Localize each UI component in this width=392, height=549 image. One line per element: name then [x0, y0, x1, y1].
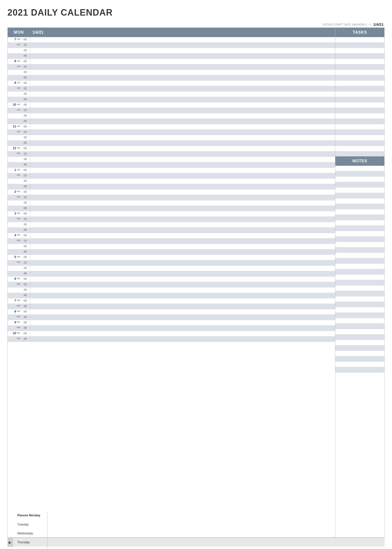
time-event[interactable] — [30, 184, 335, 189]
time-row[interactable]: :45 — [8, 271, 335, 277]
time-event[interactable] — [30, 119, 335, 124]
time-row[interactable]: 8AM:00 — [8, 59, 335, 64]
note-row[interactable] — [335, 307, 384, 313]
note-row[interactable] — [335, 291, 384, 296]
task-row[interactable] — [335, 75, 384, 81]
time-row[interactable]: 2PM:00 — [8, 190, 335, 195]
time-row[interactable]: :45 — [8, 228, 335, 233]
note-row[interactable] — [335, 334, 384, 340]
time-event[interactable] — [30, 146, 335, 151]
time-event[interactable] — [30, 336, 335, 342]
task-row[interactable] — [335, 135, 384, 141]
time-row[interactable]: :30 — [8, 200, 335, 206]
time-event[interactable] — [30, 222, 335, 227]
time-event[interactable] — [30, 157, 335, 162]
time-event[interactable] — [30, 168, 335, 173]
time-event[interactable] — [30, 217, 335, 222]
time-row[interactable]: 10PM:00 — [8, 331, 335, 336]
time-event[interactable] — [30, 92, 335, 97]
time-row[interactable]: 4PM:00 — [8, 233, 335, 239]
note-row[interactable] — [335, 362, 384, 367]
time-event[interactable] — [30, 173, 335, 178]
note-row[interactable] — [335, 286, 384, 291]
time-event[interactable] — [30, 151, 335, 157]
note-row[interactable] — [335, 247, 384, 253]
time-row[interactable]: :45 — [8, 141, 335, 146]
note-row[interactable] — [335, 264, 384, 269]
note-row[interactable] — [335, 258, 384, 264]
time-row[interactable]: PM:30 — [8, 326, 335, 331]
note-row[interactable] — [335, 226, 384, 231]
task-row[interactable] — [335, 97, 384, 102]
time-row[interactable]: 3PM:00 — [8, 211, 335, 217]
tasks-area[interactable] — [335, 37, 384, 156]
note-row[interactable] — [335, 237, 384, 242]
time-row[interactable]: :30 — [8, 157, 335, 162]
time-row[interactable]: 9AM:00 — [8, 81, 335, 86]
time-event[interactable] — [30, 228, 335, 233]
time-row[interactable]: PM:15 — [8, 195, 335, 200]
time-event[interactable] — [30, 130, 335, 135]
time-row[interactable]: AM:15 — [8, 108, 335, 113]
notes-area[interactable] — [335, 166, 384, 537]
time-row[interactable]: 7PM:00 — [8, 298, 335, 304]
time-row[interactable]: AM:15 — [8, 43, 335, 48]
time-row[interactable]: 11AM:00 — [8, 124, 335, 130]
time-row[interactable]: :45 — [8, 184, 335, 190]
time-event[interactable] — [30, 190, 335, 195]
time-row[interactable]: :30 — [8, 244, 335, 249]
time-event[interactable] — [30, 239, 335, 244]
note-row[interactable] — [335, 220, 384, 226]
time-event[interactable] — [30, 97, 335, 102]
time-event[interactable] — [30, 64, 335, 70]
time-row[interactable]: :30 — [8, 135, 335, 141]
time-event[interactable] — [30, 124, 335, 129]
task-row[interactable] — [335, 70, 384, 75]
note-row[interactable] — [335, 302, 384, 307]
task-row[interactable] — [335, 64, 384, 70]
time-event[interactable] — [30, 200, 335, 206]
time-event[interactable] — [30, 141, 335, 146]
time-row[interactable]: PM:15 — [8, 151, 335, 157]
note-row[interactable] — [335, 253, 384, 258]
time-row[interactable]: :30 — [8, 222, 335, 228]
time-event[interactable] — [30, 277, 335, 282]
start-date-value[interactable]: 1/4/21 — [373, 22, 384, 26]
time-row[interactable]: :30 — [8, 48, 335, 53]
time-row[interactable]: PM:15 — [8, 239, 335, 244]
note-row[interactable] — [335, 356, 384, 362]
time-event[interactable] — [30, 315, 335, 320]
task-row[interactable] — [335, 43, 384, 48]
time-row[interactable]: :45 — [8, 249, 335, 255]
tab-item-thursday[interactable]: Thursday — [13, 538, 48, 547]
tab-item-friday[interactable]: Friday — [13, 547, 48, 549]
time-event[interactable] — [30, 75, 335, 80]
time-event[interactable] — [30, 59, 335, 64]
tab-scroll-left[interactable]: ▶ — [7, 538, 13, 547]
tab-item-wednesday[interactable]: Wednesday — [13, 529, 48, 538]
time-row[interactable]: 7AM:00 — [8, 37, 335, 43]
task-row[interactable] — [335, 53, 384, 59]
time-row[interactable]: PM:30 — [8, 304, 335, 309]
note-row[interactable] — [335, 329, 384, 334]
note-row[interactable] — [335, 188, 384, 193]
time-event[interactable] — [30, 320, 335, 325]
task-row[interactable] — [335, 151, 384, 157]
task-row[interactable] — [335, 102, 384, 108]
time-row[interactable]: 6PM:00 — [8, 277, 335, 282]
time-event[interactable] — [30, 287, 335, 293]
task-row[interactable] — [335, 141, 384, 146]
time-row[interactable]: :30 — [8, 70, 335, 75]
time-event[interactable] — [30, 86, 335, 91]
time-row[interactable]: :30 — [8, 179, 335, 184]
time-event[interactable] — [30, 260, 335, 265]
time-event[interactable] — [30, 298, 335, 304]
time-row[interactable]: :45 — [8, 206, 335, 211]
time-event[interactable] — [30, 326, 335, 331]
time-event[interactable] — [30, 255, 335, 260]
time-row[interactable]: PM:30 — [8, 336, 335, 342]
note-row[interactable] — [335, 275, 384, 280]
time-row[interactable]: 12PM:00 — [8, 146, 335, 151]
time-row[interactable]: AM:15 — [8, 130, 335, 135]
note-row[interactable] — [335, 204, 384, 209]
